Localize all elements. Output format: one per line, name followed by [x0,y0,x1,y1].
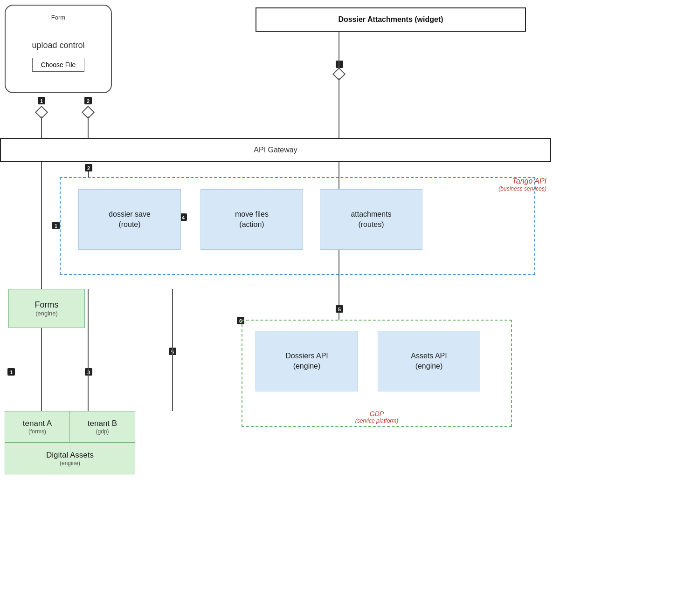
form-label: Form [6,14,111,21]
svg-text:1: 1 [40,98,43,104]
dossier-save-box: dossier save (route) [78,189,181,250]
assets-api-sub: (engine) [415,361,443,371]
svg-text:2: 2 [87,98,90,104]
forms-engine-label: Forms [35,300,59,310]
move-files-label: move files [235,209,269,219]
tenants-row: tenant A (forms) tenant B (gdp) [5,411,135,443]
dossiers-api-sub: (engine) [293,361,321,371]
svg-rect-25 [336,305,343,313]
svg-text:5: 5 [171,349,174,355]
digital-assets-label: Digital Assets [46,451,94,460]
assets-api-box: Assets API (engine) [378,331,480,391]
dossier-widget-label: Dossier Attachments (widget) [338,15,443,24]
svg-rect-4 [84,97,92,104]
tango-api-label: Tango API (business services) [498,177,546,192]
svg-rect-2 [35,106,47,118]
form-upload-control: Form upload control Choose File [5,5,112,93]
forms-engine-box: Forms (engine) [8,289,85,328]
svg-rect-8 [336,61,343,68]
attachments-box: attachments (routes) [320,189,422,250]
digital-assets-box: Digital Assets (engine) [5,443,135,474]
tenant-b-label: tenant B [88,419,117,428]
svg-text:1: 1 [10,370,13,375]
tenant-b-box: tenant B (gdp) [70,411,135,443]
attachments-label: attachments [351,209,391,219]
dossier-save-label: dossier save [109,209,151,219]
forms-engine-sub: (engine) [35,310,58,317]
attachments-sub: (routes) [358,219,384,230]
tango-label-main: Tango API [498,177,546,185]
svg-text:2: 2 [87,165,90,171]
api-gateway-label: API Gateway [254,146,297,154]
dossiers-api-label: Dossiers API [285,351,328,361]
diagram-container: Form upload control Choose File Dossier … [0,0,551,476]
svg-rect-31 [85,368,92,376]
dossier-save-sub: (route) [118,219,140,230]
move-files-sub: (action) [239,219,264,230]
api-gateway-bar: API Gateway [0,138,551,162]
tenant-b-sub: (gdp) [96,428,109,435]
svg-rect-19 [52,222,60,229]
dossiers-api-box: Dossiers API (engine) [256,331,358,391]
move-files-box: move files (action) [200,189,303,250]
svg-text:1: 1 [55,223,57,229]
svg-rect-16 [85,164,92,171]
gdp-label: GDP (service platform) [242,410,512,424]
tenant-a-box: tenant A (forms) [5,411,70,443]
tango-label-sub: (business services) [498,185,546,192]
svg-text:3: 3 [87,370,90,375]
tenant-a-label: tenant A [23,419,52,428]
tenant-a-sub: (forms) [28,428,46,435]
svg-rect-6 [82,106,94,118]
dossier-attachments-widget: Dossier Attachments (widget) [256,7,526,32]
gdp-label-sub: (service platform) [242,418,512,424]
choose-file-button[interactable]: Choose File [32,58,85,72]
svg-rect-9 [333,68,345,80]
svg-rect-0 [38,97,45,104]
digital-assets-sub: (engine) [60,460,80,466]
svg-text:5: 5 [338,307,341,312]
gdp-label-main: GDP [242,410,512,418]
svg-rect-33 [169,348,176,355]
assets-api-label: Assets API [411,351,447,361]
svg-rect-29 [7,368,15,376]
upload-control-label: upload control [32,41,84,50]
